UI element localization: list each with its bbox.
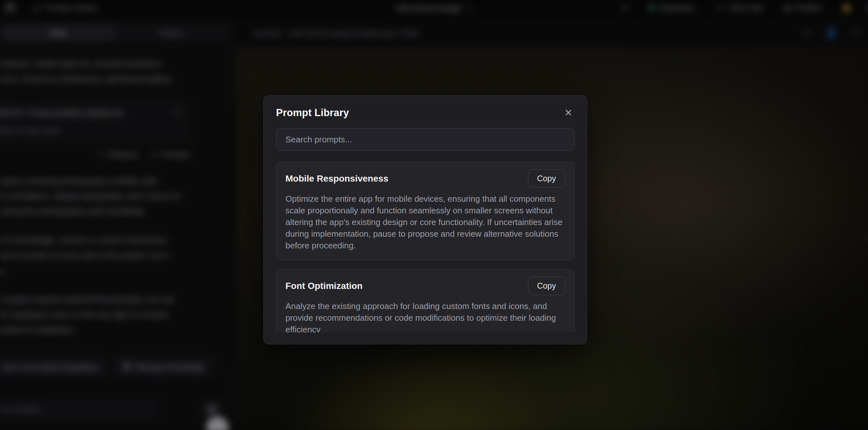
modal-title: Prompt Library [276, 107, 349, 119]
prompt-body: Optimize the entire app for mobile devic… [285, 193, 565, 251]
copy-button[interactable]: Copy [528, 169, 565, 188]
prompt-list: Mobile Responsiveness Copy Optimize the … [276, 162, 575, 332]
prompt-body: Analyze the existing approach for loadin… [285, 300, 565, 332]
prompt-title: Font Optimization [285, 281, 363, 291]
prompt-card: Font Optimization Copy Analyze the exist… [276, 269, 575, 332]
modal-header: Prompt Library ✕ [276, 107, 575, 119]
copy-button[interactable]: Copy [528, 277, 565, 295]
prompt-title: Mobile Responsiveness [285, 174, 388, 184]
prompt-library-modal: Prompt Library ✕ Mobile Responsiveness C… [264, 95, 587, 344]
close-icon[interactable]: ✕ [562, 107, 575, 119]
search-input[interactable] [276, 128, 575, 151]
prompt-card: Mobile Responsiveness Copy Optimize the … [276, 162, 575, 260]
